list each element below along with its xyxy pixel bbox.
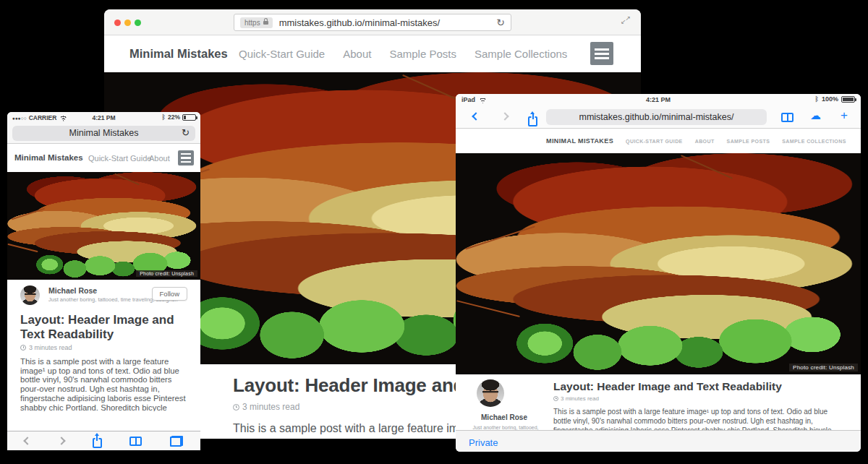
url-text: mmistakes.github.io/minimal-mistakes/ <box>279 17 441 28</box>
read-time-text: 3 minutes read <box>29 344 72 351</box>
status-time: 4:21 PM <box>456 96 861 103</box>
photo-credit-badge: Photo credit: Unsplash <box>136 270 197 277</box>
battery-percent: 100% <box>822 95 838 103</box>
share-icon[interactable] <box>93 438 102 448</box>
twig-decoration <box>12 207 45 220</box>
icloud-tabs-icon[interactable]: ☁ <box>810 110 821 121</box>
read-time-text: 3 minutes read <box>561 395 599 402</box>
ipad-site-nav: MINIMAL MISTAKES QUICK-START GUIDE ABOUT… <box>456 129 861 153</box>
iphone-article: Michael Rose Just another boring, tattoo… <box>7 280 200 411</box>
photo-credit-badge: Photo credit: Unsplash <box>789 364 858 371</box>
ipad-status-bar: iPad 4:21 PM ᛒ 100% <box>456 94 861 106</box>
nav-link-about[interactable]: About <box>149 154 170 163</box>
address-bar[interactable]: mmistakes.github.io/minimal-mistakes/ <box>546 109 767 125</box>
back-button[interactable] <box>472 112 480 120</box>
twig-decoration <box>7 244 38 252</box>
bookmarks-icon[interactable] <box>781 113 793 122</box>
minimize-window-button[interactable] <box>124 20 131 26</box>
private-browsing-bar: Private <box>456 430 861 452</box>
clock-icon <box>20 345 26 351</box>
read-time-text: 3 minutes read <box>242 402 299 412</box>
nav-link-quick-start[interactable]: QUICK-START GUIDE <box>626 139 683 144</box>
stage: https mmistakes.github.io/minimal-mistak… <box>0 0 868 464</box>
menu-toggle-button[interactable] <box>178 150 194 166</box>
nav-link-sample-collections[interactable]: SAMPLE COLLECTIONS <box>782 139 846 144</box>
iphone-safari-window: ●●●○○ CARRIER 4:21 PM ᛒ 22% Minimal Mist… <box>7 112 200 450</box>
nav-link-about[interactable]: About <box>343 48 371 60</box>
nav-link-sample-posts[interactable]: Sample Posts <box>389 48 456 60</box>
read-time-meta: 3 minutes read <box>20 344 189 351</box>
forward-button[interactable] <box>501 112 509 120</box>
safari-url-row: Minimal Mistakes ↻ <box>7 124 200 144</box>
https-badge: https <box>240 17 273 28</box>
menu-toggle-button[interactable] <box>590 42 613 65</box>
address-bar[interactable]: Minimal Mistakes ↻ <box>12 126 195 141</box>
back-button[interactable] <box>23 437 31 444</box>
site-brand-link[interactable]: Minimal Mistakes <box>129 47 228 61</box>
desktop-site-nav: Minimal Mistakes Quick-Start Guide About… <box>104 35 641 72</box>
address-bar[interactable]: https mmistakes.github.io/minimal-mistak… <box>234 14 511 31</box>
battery-percent: 22% <box>168 113 180 121</box>
iphone-status-bar: ●●●○○ CARRIER 4:21 PM ᛒ 22% <box>7 112 200 124</box>
safari-bottom-toolbar <box>7 431 200 450</box>
nav-link-sample-collections[interactable]: Sample Collections <box>475 48 567 60</box>
ipad-article: Michael Rose Just another boring, tattoo… <box>456 374 861 430</box>
url-text: Minimal Mistakes <box>69 128 139 138</box>
read-time-meta: 3 minutes read <box>553 395 843 402</box>
ipad-safari-window: iPad 4:21 PM ᛒ 100% mmistakes.github.io/… <box>456 94 861 452</box>
follow-button[interactable]: Follow <box>152 287 187 301</box>
author-row: Michael Rose Just another boring, tattoo… <box>20 285 189 309</box>
site-brand-link[interactable]: Minimal Mistakes <box>14 153 83 162</box>
safari-toolbar: mmistakes.github.io/minimal-mistakes/ ☁ … <box>456 106 861 129</box>
fullscreen-icon[interactable]: ↗↙ <box>621 15 631 25</box>
reload-icon[interactable]: ↻ <box>496 17 505 27</box>
author-name: Michael Rose <box>472 413 537 421</box>
twig-decoration <box>465 226 535 250</box>
page-title: Layout: Header Image and Text Readabilit… <box>553 380 843 393</box>
author-bio: Just another boring, tattooed, <box>463 425 548 430</box>
bluetooth-icon: ᛒ <box>162 113 166 121</box>
expand-arrow-icon: ↙ <box>621 19 626 25</box>
expand-arrow-icon: ↗ <box>625 15 631 22</box>
close-window-button[interactable] <box>114 20 121 26</box>
author-avatar <box>20 285 40 305</box>
new-tab-icon[interactable]: + <box>841 109 848 121</box>
twig-decoration <box>114 173 140 185</box>
desktop-nav-links: Quick-Start Guide About Sample Posts Sam… <box>239 48 567 60</box>
bookmarks-icon[interactable] <box>129 437 142 446</box>
site-brand-link[interactable]: MINIMAL MISTAKES <box>546 137 613 145</box>
author-avatar <box>477 379 504 407</box>
article-paragraph: This is a sample post with a large featu… <box>20 357 189 411</box>
hero-image: Photo credit: Unsplash <box>456 153 861 374</box>
bluetooth-icon: ᛒ <box>815 95 819 103</box>
lock-icon <box>263 21 268 25</box>
nav-link-quick-start[interactable]: Quick-Start Guide <box>239 48 325 60</box>
hero-image: Photo credit: Unsplash <box>7 172 200 280</box>
battery-icon <box>841 96 855 103</box>
nav-link-quick-start[interactable]: Quick-Start Guide <box>88 154 151 163</box>
tabs-icon[interactable] <box>170 436 183 447</box>
zoom-window-button[interactable] <box>135 20 141 26</box>
battery-icon <box>182 114 196 121</box>
twig-decoration <box>456 300 519 317</box>
page-title: Layout: Header Image and Text Readabilit… <box>20 313 192 342</box>
share-icon[interactable] <box>528 116 537 126</box>
browser-chrome-bar: https mmistakes.github.io/minimal-mistak… <box>104 9 641 35</box>
nav-link-sample-posts[interactable]: SAMPLE POSTS <box>727 139 770 144</box>
private-button[interactable]: Private <box>469 437 498 448</box>
author-name: Michael Rose <box>48 286 97 295</box>
iphone-site-nav: Minimal Mistakes Quick-Start Guide About <box>7 144 200 172</box>
twig-decoration <box>681 155 733 180</box>
clock-icon <box>553 396 558 401</box>
nav-link-about[interactable]: ABOUT <box>695 139 715 144</box>
https-label: https <box>244 19 260 27</box>
forward-button[interactable] <box>57 437 65 444</box>
clock-icon <box>233 404 239 411</box>
reload-icon[interactable]: ↻ <box>182 128 190 137</box>
